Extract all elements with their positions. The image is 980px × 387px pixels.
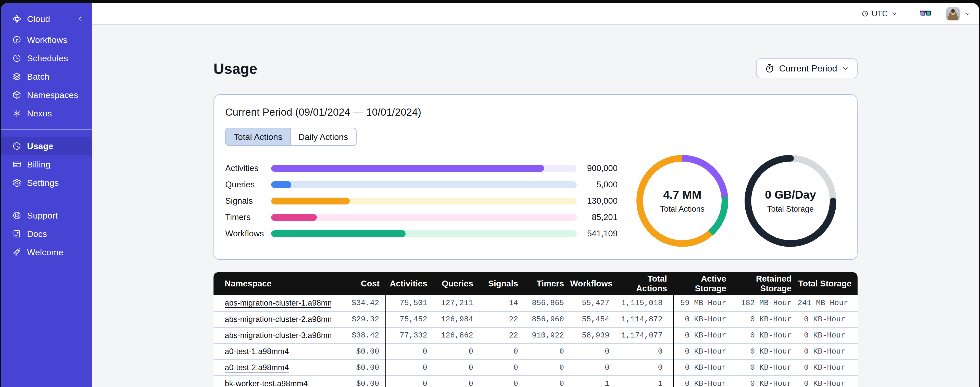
table-cell: 0: [386, 343, 433, 360]
tab-daily-actions[interactable]: Daily Actions: [290, 128, 356, 145]
billing-icon: [12, 160, 21, 169]
donut-value: 0 GB/Day: [765, 188, 816, 201]
table-cell: 856,960: [524, 311, 570, 327]
table-cell: 241 MB-Hour: [798, 295, 858, 311]
column-header-total-storage[interactable]: Total Storage: [798, 272, 858, 295]
usage-summary-card: Current Period (09/01/2024 — 10/01/2024)…: [213, 94, 858, 260]
table-cell: 0: [570, 360, 616, 376]
table-cell: 856,865: [524, 295, 570, 311]
table-cell: 55,427: [570, 295, 616, 311]
table-cell: 0 KB-Hour: [673, 360, 732, 376]
timezone-label: UTC: [872, 9, 888, 18]
period-selector-label: Current Period: [779, 63, 837, 74]
namespace-link[interactable]: abs-migration-cluster-1.a98mm4: [225, 298, 331, 307]
timezone-selector[interactable]: UTC: [862, 9, 898, 18]
table-row: abs-migration-cluster-2.a98mm4$29.3275,4…: [213, 311, 858, 327]
usage-charts: Activities900,000Queries5,000Signals130,…: [225, 155, 846, 247]
sidebar-item-usage[interactable]: Usage: [1, 137, 92, 155]
sidebar-item-nexus[interactable]: Nexus: [1, 104, 92, 123]
namespace-usage-table: NamespaceCostActivitiesQueriesSignalsTim…: [213, 272, 858, 387]
sidebar-item-label: Welcome: [27, 247, 63, 257]
column-header-timers[interactable]: Timers: [524, 272, 570, 295]
table-cell: 0 KB-Hour: [798, 360, 858, 376]
table-cell: 0 KB-Hour: [673, 311, 732, 327]
table-header: NamespaceCostActivitiesQueriesSignalsTim…: [213, 272, 858, 295]
chevron-down-icon: [842, 65, 849, 72]
table-cell: 910,922: [524, 327, 570, 343]
period-selector-button[interactable]: Current Period: [756, 58, 858, 78]
namespace-link[interactable]: a0-test-1.a98mm4: [225, 347, 289, 356]
account-chevron-down-icon[interactable]: [965, 11, 971, 17]
usage-bar-row-workflows: Workflows541,109: [225, 230, 617, 237]
column-header-workflows[interactable]: Workflows: [570, 272, 616, 295]
column-header-namespace[interactable]: Namespace: [213, 272, 331, 295]
sidebar-item-label: Usage: [27, 141, 53, 151]
glasses-icon[interactable]: [920, 10, 932, 18]
usage-bar-row-queries: Queries5,000: [225, 181, 617, 188]
table-cell: $0.00: [331, 376, 386, 387]
bar-label: Workflows: [225, 229, 271, 238]
sidebar-item-settings[interactable]: Settings: [1, 174, 92, 192]
column-header-total-actions[interactable]: Total Actions: [616, 272, 673, 295]
sidebar-item-billing[interactable]: Billing: [1, 155, 92, 174]
column-header-cost[interactable]: Cost: [331, 272, 386, 295]
table-cell: 0 KB-Hour: [732, 343, 798, 360]
tab-total-actions[interactable]: Total Actions: [226, 128, 290, 145]
card-title: Current Period (09/01/2024 — 10/01/2024): [225, 106, 846, 118]
welcome-icon: [12, 248, 21, 257]
namespace-link[interactable]: abs-migration-cluster-3.a98mm4: [225, 331, 331, 340]
page-title: Usage: [213, 60, 258, 77]
namespace-cell: abs-migration-cluster-2.a98mm4: [213, 311, 331, 327]
table-cell: 0: [386, 360, 433, 376]
bar-label: Signals: [225, 196, 271, 206]
bar-value: 85,201: [577, 213, 617, 222]
column-header-retained-storage[interactable]: Retained Storage: [732, 272, 798, 295]
bar-label: Activities: [225, 163, 271, 173]
total-actions-donut: 4.7 MMTotal Actions: [636, 155, 729, 247]
sidebar-collapse-button[interactable]: [77, 15, 84, 23]
bar-label: Queries: [225, 180, 271, 189]
sidebar-item-workflows[interactable]: Workflows: [1, 30, 92, 49]
column-header-activities[interactable]: Activities: [386, 272, 433, 295]
avatar[interactable]: [946, 7, 959, 21]
column-header-active-storage[interactable]: Active Storage: [673, 272, 732, 295]
temporal-logo-icon: [12, 14, 21, 24]
bar-fill: [271, 230, 406, 237]
table-cell: $34.42: [331, 295, 386, 311]
bar-track: [271, 165, 577, 172]
sidebar-item-label: Docs: [27, 229, 47, 239]
bar-track: [271, 230, 577, 237]
table-cell: 0 KB-Hour: [732, 311, 798, 327]
donut-center: 0 GB/DayTotal Storage: [744, 155, 837, 247]
sidebar-item-namespaces[interactable]: Namespaces: [1, 86, 92, 104]
donut-value: 4.7 MM: [663, 188, 702, 201]
table-cell: 0: [524, 360, 570, 376]
sidebar-item-welcome[interactable]: Welcome: [1, 243, 92, 261]
table-cell: 0 KB-Hour: [732, 376, 798, 387]
column-header-queries[interactable]: Queries: [433, 272, 479, 295]
sidebar-item-docs[interactable]: Docs: [1, 225, 92, 243]
table-cell: 0 KB-Hour: [732, 327, 798, 343]
sidebar-item-batch[interactable]: Batch: [1, 67, 92, 86]
namespace-link[interactable]: abs-migration-cluster-2.a98mm4: [225, 315, 331, 324]
table-cell: 75,452: [386, 311, 433, 327]
bar-value: 541,109: [577, 229, 617, 238]
namespace-link[interactable]: a0-test-2.a98mm4: [225, 363, 289, 372]
sidebar-item-schedules[interactable]: Schedules: [1, 49, 92, 67]
namespace-link[interactable]: bk-worker-test.a98mm4: [225, 379, 308, 387]
total-storage-donut: 0 GB/DayTotal Storage: [744, 155, 837, 247]
table-row: a0-test-1.a98mm4$0.000000000 KB-Hour0 KB…: [213, 343, 858, 360]
bar-value: 5,000: [577, 180, 617, 189]
sidebar-brand: Cloud: [1, 11, 92, 27]
table-cell: 0 KB-Hour: [798, 343, 858, 360]
table-cell: 1,115,018: [616, 295, 673, 311]
docs-icon: [12, 229, 21, 238]
sidebar-item-support[interactable]: Support: [1, 206, 92, 225]
sidebar-item-label: Support: [27, 211, 58, 221]
table-cell: 0 KB-Hour: [798, 376, 858, 387]
brand-label: Cloud: [27, 14, 50, 24]
table-cell: 0 KB-Hour: [798, 311, 858, 327]
column-header-signals[interactable]: Signals: [479, 272, 524, 295]
table-cell: 0: [524, 376, 570, 387]
table-cell: 182 MB-Hour: [732, 295, 798, 311]
